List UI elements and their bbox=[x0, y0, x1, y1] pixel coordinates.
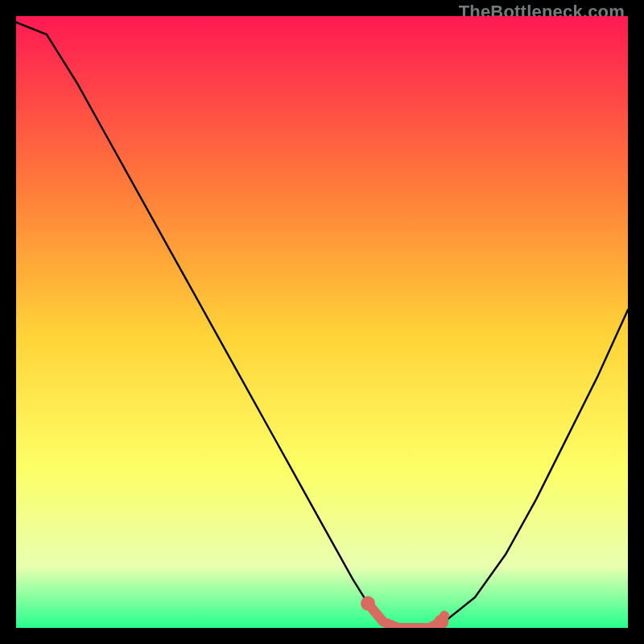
optimal-point-dot bbox=[361, 597, 375, 611]
chart-background bbox=[16, 16, 628, 628]
bottleneck-chart bbox=[16, 16, 628, 628]
chart-frame bbox=[16, 16, 628, 628]
